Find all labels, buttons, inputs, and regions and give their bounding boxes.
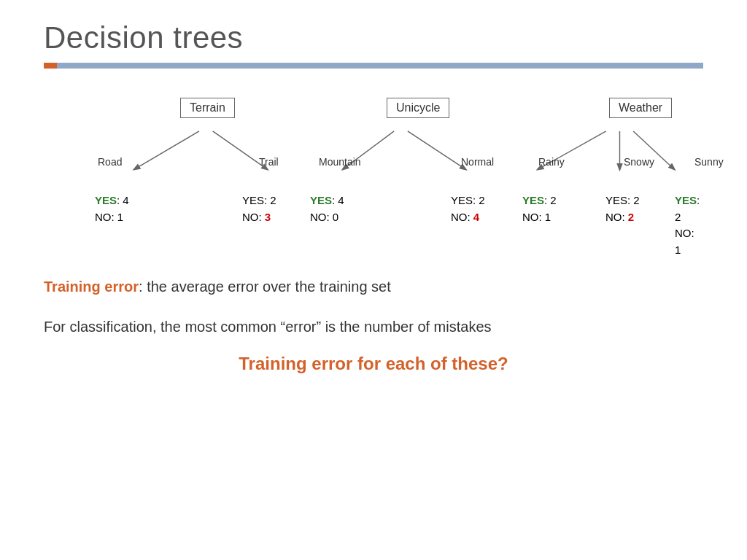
terrain-road-leaf: YES: 4 NO: 1 — [95, 192, 129, 225]
classification-line: For classification, the most common “err… — [44, 316, 703, 338]
training-error-rest: : the average error over the training se… — [139, 279, 391, 295]
accent-orange — [44, 63, 57, 69]
unicycle-normal-label: Normal — [461, 156, 494, 168]
terrain-trail-leaf: YES: 2 NO: 3 — [242, 192, 276, 225]
unicycle-mountain-leaf: YES: 4 NO: 0 — [310, 192, 344, 225]
accent-blue — [57, 63, 703, 69]
training-error-line: Training error: the average error over t… — [44, 279, 703, 295]
weather-rainy-label: Rainy — [538, 156, 565, 168]
unicycle-mountain-label: Mountain — [319, 156, 361, 168]
terrain-road-label: Road — [98, 156, 122, 168]
slide-title: Decision trees — [44, 20, 703, 55]
tree-svg — [45, 90, 702, 258]
weather-rainy-leaf: YES: 2 NO: 1 — [522, 192, 557, 225]
tree-diagram: Terrain Road Trail YES: 4 NO: 1 YES: 2 N… — [45, 90, 702, 258]
svg-line-3 — [408, 131, 466, 170]
bottom-question: Training error for each of these? — [44, 354, 703, 374]
weather-snowy-label: Snowy — [624, 156, 654, 168]
classification-section: For classification, the most common “err… — [44, 316, 703, 338]
training-error-section: Training error: the average error over t… — [44, 279, 703, 295]
header-area: Decision trees — [0, 0, 747, 69]
terrain-trail-label: Trail — [259, 156, 279, 168]
weather-snowy-leaf: YES: 2 NO: 2 — [605, 192, 640, 225]
unicycle-normal-leaf: YES: 2 NO: 4 — [451, 192, 485, 225]
training-error-highlight: Training error — [44, 279, 139, 295]
weather-node: Weather — [609, 98, 672, 118]
weather-sunny-leaf: YES: 2 NO: 1 — [675, 192, 702, 258]
svg-line-0 — [134, 131, 199, 170]
slide: Decision trees — [0, 0, 747, 560]
main-content: Terrain Road Trail YES: 4 NO: 1 YES: 2 N… — [0, 69, 747, 374]
accent-bar — [44, 63, 703, 69]
weather-sunny-label: Sunny — [694, 156, 724, 168]
terrain-node: Terrain — [180, 98, 235, 118]
unicycle-node: Unicycle — [387, 98, 449, 118]
